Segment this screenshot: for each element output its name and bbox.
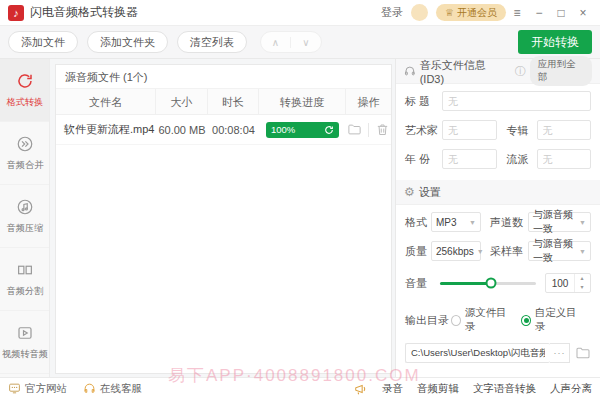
col-actions: 操作 <box>346 89 391 115</box>
login-link[interactable]: 登录 <box>381 5 403 20</box>
title-label: 标 题 <box>405 94 442 109</box>
step-down-icon[interactable]: ▾ <box>575 283 589 292</box>
genre-input[interactable] <box>537 149 592 169</box>
toolbar: 添加文件 添加文件夹 清空列表 ∧ ∨ 开始转换 <box>0 26 600 59</box>
headphones-icon <box>404 65 416 77</box>
titlebar: ♪ 闪电音频格式转换器 登录 ♕ 开通会员 ≡ − □ × <box>0 0 600 26</box>
source-dir-label[interactable]: 源文件目录 <box>465 306 511 334</box>
move-down-button[interactable]: ∨ <box>291 37 321 48</box>
add-folder-button[interactable]: 添加文件夹 <box>87 31 168 53</box>
minimize-button[interactable]: − <box>528 6 550 20</box>
megaphone-icon <box>354 382 368 396</box>
sidebar-item-audio-split[interactable]: 音频分割 <box>0 248 49 311</box>
album-input[interactable] <box>537 120 592 140</box>
clear-list-button[interactable]: 清空列表 <box>177 31 247 53</box>
music-note-circle-icon <box>16 198 34 216</box>
sidebar: 格式转换 音频合并 音频压缩 音频分割 视频转音频 <box>0 59 50 377</box>
col-progress: 转换进度 <box>259 89 346 115</box>
sidebar-item-audio-merge[interactable]: 音频合并 <box>0 122 49 185</box>
chevron-down-icon: ▼ <box>576 248 586 255</box>
title-input[interactable] <box>442 91 591 111</box>
step-up-icon[interactable]: ▴ <box>575 274 589 283</box>
online-support-link[interactable]: 在线客服 <box>83 382 142 396</box>
progress-value: 100% <box>271 124 324 135</box>
crown-icon: ♕ <box>445 7 454 18</box>
volume-stepper: ▴ ▾ <box>574 274 589 292</box>
volume-input[interactable] <box>546 278 574 289</box>
file-name: 软件更新流程.mp4 <box>56 122 156 137</box>
trash-icon <box>375 122 390 137</box>
table-row[interactable]: 软件更新流程.mp4 60.00 MB 00:08:04 100% <box>56 115 391 145</box>
statusbar: 官方网站 在线客服 录音 音频剪辑 文字语音转换 人声分离 <box>0 377 600 399</box>
vip-label: 开通会员 <box>457 6 497 20</box>
start-convert-button[interactable]: 开始转换 <box>518 30 592 54</box>
id3-fields: 标 题 艺术家 专辑 年 份 流派 <box>396 84 600 180</box>
open-output-folder-button[interactable] <box>575 345 591 361</box>
slider-handle[interactable] <box>485 278 496 289</box>
format-label: 格式 <box>405 215 431 230</box>
samplerate-select[interactable]: 与源音频一致 ▼ <box>528 241 591 261</box>
folder-icon <box>347 122 362 137</box>
volume-label: 音量 <box>405 276 431 291</box>
move-up-button[interactable]: ∧ <box>261 37 291 48</box>
col-size: 大小 <box>156 89 208 115</box>
table-header: 文件名 大小 时长 转换进度 操作 <box>56 89 391 115</box>
custom-dir-label[interactable]: 自定义目录 <box>535 306 581 334</box>
apply-all-button[interactable]: 应用到全部 <box>530 56 592 86</box>
sidebar-item-video-to-audio[interactable]: 视频转音频 <box>0 311 49 374</box>
samplerate-label: 采样率 <box>490 244 528 259</box>
file-size: 60.00 MB <box>156 124 208 136</box>
delete-button[interactable] <box>375 122 390 137</box>
refresh-icon <box>324 125 334 135</box>
divider <box>368 123 369 137</box>
official-website-link[interactable]: 官方网站 <box>8 382 67 396</box>
info-icon: ⓘ <box>515 64 526 79</box>
id3-section-header: 音乐文件信息 (ID3) ⓘ 应用到全部 <box>396 59 600 84</box>
close-button[interactable]: × <box>572 6 594 20</box>
open-folder-button[interactable] <box>347 122 362 137</box>
custom-dir-radio[interactable] <box>521 315 531 326</box>
file-list-title: 源音频文件 (1个) <box>56 65 391 89</box>
format-select[interactable]: MP3 ▼ <box>431 212 481 232</box>
statusbar-links: 录音 音频剪辑 文字语音转换 人声分离 <box>354 382 592 396</box>
browse-button[interactable]: ··· <box>550 343 570 363</box>
volume-slider[interactable] <box>440 282 536 285</box>
source-dir-radio[interactable] <box>451 315 461 326</box>
reorder-buttons: ∧ ∨ <box>260 31 322 53</box>
link-text-to-speech[interactable]: 文字语音转换 <box>473 382 536 396</box>
volume-numbox: ▴ ▾ <box>545 273 591 293</box>
menu-icon[interactable]: ≡ <box>506 6 528 20</box>
chevron-down-icon: ▼ <box>576 219 586 226</box>
year-label: 年 份 <box>405 152 442 167</box>
link-audio-edit[interactable]: 音频剪辑 <box>417 382 459 396</box>
sidebar-item-format-convert[interactable]: 格式转换 <box>0 59 49 122</box>
maximize-button[interactable]: □ <box>550 6 572 20</box>
id3-title: 音乐文件信息 (ID3) <box>420 58 511 85</box>
artist-input[interactable] <box>442 120 497 140</box>
vip-button[interactable]: ♕ 开通会员 <box>436 4 506 21</box>
link-vocal-separation[interactable]: 人声分离 <box>550 382 592 396</box>
chevron-down-icon: ▼ <box>466 219 476 226</box>
app-logo-music-note-icon: ♪ <box>8 5 24 21</box>
add-file-button[interactable]: 添加文件 <box>8 31 78 53</box>
chevron-down-icon: ▼ <box>474 248 484 255</box>
chat-monitor-icon <box>8 382 21 395</box>
channels-label: 声道数 <box>490 215 528 230</box>
link-record[interactable]: 录音 <box>382 382 403 396</box>
year-input[interactable] <box>442 149 497 169</box>
play-square-icon <box>16 324 34 342</box>
right-panel: 音乐文件信息 (ID3) ⓘ 应用到全部 标 题 艺术家 专辑 年 份 流派 <box>395 59 600 377</box>
quality-select[interactable]: 256kbps ▼ <box>431 241 481 261</box>
artist-label: 艺术家 <box>405 123 442 138</box>
col-duration: 时长 <box>208 89 259 115</box>
file-duration: 00:08:04 <box>208 124 259 136</box>
output-path-input[interactable] <box>405 343 550 363</box>
headset-icon <box>83 382 96 395</box>
avatar[interactable] <box>411 4 428 21</box>
file-list-card: 源音频文件 (1个) 文件名 大小 时长 转换进度 操作 软件更新流程.mp4 … <box>55 64 392 374</box>
folder-icon <box>575 345 591 361</box>
sidebar-item-audio-compress[interactable]: 音频压缩 <box>0 185 49 248</box>
output-dir-label: 输出目录 <box>405 313 451 328</box>
channels-select[interactable]: 与源音频一致 ▼ <box>528 212 591 232</box>
app-title: 闪电音频格式转换器 <box>30 4 138 21</box>
